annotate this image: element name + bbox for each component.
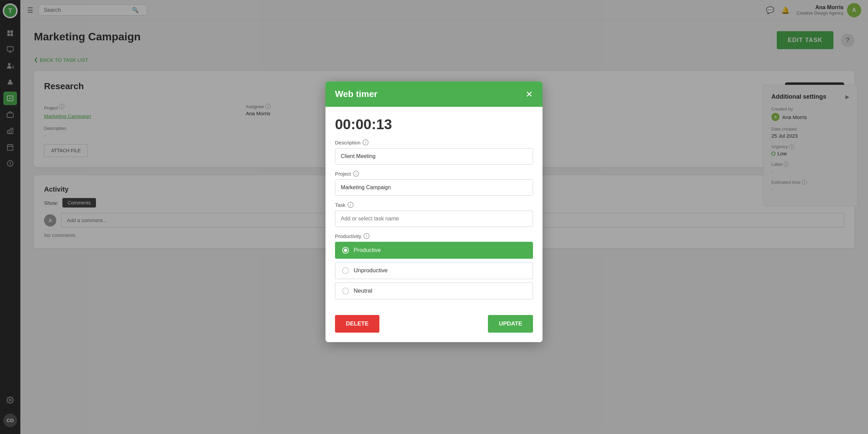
modal-productivity-info-icon: i [363, 233, 370, 239]
modal-title: Web timer [335, 89, 377, 99]
productive-radio [342, 247, 349, 254]
modal-project-input[interactable] [335, 179, 533, 196]
modal-description-group: Description i [335, 139, 533, 164]
modal-project-group: Project i [335, 171, 533, 196]
update-button[interactable]: UPDATE [488, 315, 533, 333]
modal-task-info-icon: i [348, 202, 354, 208]
productive-label: Productive [354, 247, 381, 254]
unproductive-radio [342, 267, 349, 274]
modal-timer-display: 00:00:13 [335, 116, 533, 133]
modal-productivity-group: Productivity i Productive Unproductive [335, 233, 533, 299]
neutral-label: Neutral [354, 288, 372, 294]
modal-description-input[interactable] [335, 148, 533, 164]
unproductive-option[interactable]: Unproductive [335, 262, 533, 279]
unproductive-label: Unproductive [354, 267, 388, 274]
modal-project-label: Project i [335, 171, 533, 177]
modal-task-input[interactable] [335, 211, 533, 227]
modal-project-info-icon: i [353, 171, 359, 177]
modal-body: 00:00:13 Description i Project i Task i [326, 107, 542, 315]
modal-task-label: Task i [335, 202, 533, 208]
modal-header: Web timer ✕ [326, 81, 542, 107]
modal-description-label: Description i [335, 139, 533, 145]
delete-button[interactable]: DELETE [335, 315, 379, 333]
neutral-option[interactable]: Neutral [335, 282, 533, 299]
modal-footer: DELETE UPDATE [326, 315, 542, 342]
productive-radio-inner [344, 249, 347, 252]
description-info-icon: i [362, 139, 369, 145]
productive-option[interactable]: Productive [335, 242, 533, 259]
modal-close-button[interactable]: ✕ [526, 90, 533, 99]
modal-productivity-label: Productivity i [335, 233, 533, 239]
neutral-radio [342, 288, 349, 294]
web-timer-modal: Web timer ✕ 00:00:13 Description i Proje… [326, 81, 542, 342]
modal-task-group: Task i [335, 202, 533, 227]
